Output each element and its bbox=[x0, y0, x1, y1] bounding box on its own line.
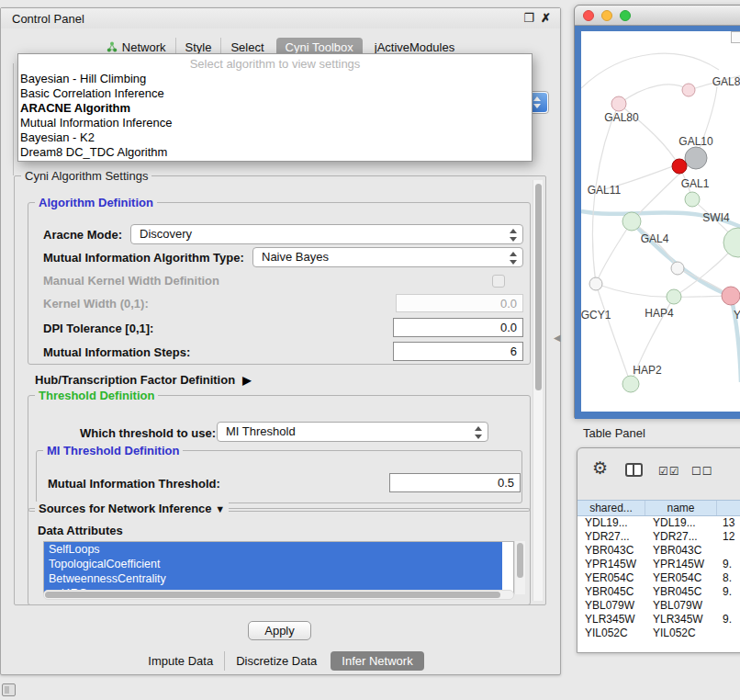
close-traffic-light-icon[interactable] bbox=[583, 10, 594, 21]
network-node[interactable] bbox=[682, 84, 695, 96]
algorithm-option-bayesian-hill-climbing[interactable]: Bayesian - Hill Climbing bbox=[18, 72, 532, 86]
column-header-shared[interactable]: shared... bbox=[577, 501, 645, 515]
node-label-gal80: GAL80 bbox=[604, 111, 639, 124]
sources-group-title[interactable]: Sources for Network Inference ▼ bbox=[35, 502, 229, 515]
threshold-definition-title: Threshold Definition bbox=[35, 389, 158, 402]
table-cell: YDL19... bbox=[577, 516, 645, 530]
mi-steps-label: Mutual Information Steps: bbox=[43, 345, 190, 359]
tab-discretize-data[interactable]: Discretize Data bbox=[224, 651, 328, 671]
table-cell: YBR043C bbox=[577, 544, 645, 558]
dpi-tolerance-field[interactable]: 0.0 bbox=[393, 318, 523, 337]
network-window-titlebar[interactable] bbox=[575, 6, 740, 26]
scrollbar-corner-box bbox=[731, 31, 740, 43]
minimize-traffic-light-icon[interactable] bbox=[601, 10, 612, 21]
network-view-window: GAL8GAL80GAL10GAL11GAL1SWI4GAL4GCY1HAP4H… bbox=[574, 5, 740, 418]
table-row[interactable]: YLR345WYLR345W9. bbox=[577, 613, 740, 627]
table-cell: YBR045C bbox=[577, 585, 645, 599]
hub-definition-toggle[interactable]: Hub/Transcription Factor Definition▶ bbox=[35, 373, 251, 387]
algorithm-option-mutual-information-inference[interactable]: Mutual Information Inference bbox=[18, 116, 532, 130]
table-cell: YPR145W bbox=[577, 558, 645, 571]
table-row[interactable]: YBR045CYBR045C9. bbox=[577, 585, 740, 599]
network-node-gal4[interactable] bbox=[622, 212, 641, 231]
column-header-name[interactable]: name bbox=[645, 501, 717, 515]
node-label-gal10: GAL10 bbox=[678, 135, 713, 148]
network-canvas[interactable]: GAL8GAL80GAL10GAL11GAL1SWI4GAL4GCY1HAP4H… bbox=[581, 31, 740, 412]
attribute-item-selfloops[interactable]: SelfLoops bbox=[44, 542, 502, 557]
table-row[interactable]: YBR043CYBR043C bbox=[577, 544, 740, 558]
table-cell: YDL19... bbox=[645, 516, 717, 530]
scrollbar-thumb[interactable] bbox=[45, 592, 500, 598]
algorithm-option-dream8-dc-tdc-algorithm[interactable]: Dream8 DC_TDC Algorithm bbox=[18, 145, 532, 160]
attribute-item-betweennesscentrality[interactable]: BetweennessCentrality bbox=[44, 571, 502, 586]
scrollbar-thumb[interactable] bbox=[517, 543, 523, 578]
control-panel-titlebar[interactable]: Control Panel bbox=[1, 8, 560, 28]
window-title: Control Panel bbox=[12, 12, 84, 26]
table-body: YDL19...YDL19...13YDR27...YDR27...12YBR0… bbox=[577, 516, 740, 652]
which-threshold-select[interactable]: MI Threshold bbox=[217, 422, 488, 442]
attributes-horizontal-scrollbar[interactable] bbox=[43, 590, 514, 600]
table-cell bbox=[717, 627, 740, 640]
table-cell: 12 bbox=[717, 530, 740, 544]
attributes-vertical-scrollbar[interactable] bbox=[514, 541, 525, 594]
table-row[interactable]: YDR27...YDR27...12 bbox=[577, 530, 740, 544]
table-header-row: shared...name bbox=[577, 500, 740, 516]
settings-vertical-scrollbar[interactable] bbox=[533, 180, 543, 601]
algorithm-definition-title: Algorithm Definition bbox=[35, 196, 157, 209]
network-edge bbox=[596, 221, 632, 284]
table-panel-window: ⚙ ☑☑ ☐☐ shared...name YDL19...YDL19...13… bbox=[577, 447, 740, 653]
table-row[interactable]: YDL19...YDL19...13 bbox=[577, 516, 740, 530]
mi-type-select[interactable]: Naive Bayes bbox=[252, 247, 523, 267]
control-panel-window: Control Panel ❐ ✗ NetworkStyleSelectCyni… bbox=[0, 7, 561, 675]
table-cell: YBL079W bbox=[645, 599, 717, 613]
table-cell: YDR27... bbox=[577, 530, 645, 544]
attribute-item-topologicalcoefficient[interactable]: TopologicalCoefficient bbox=[44, 557, 502, 571]
splitter-collapse-arrow-icon[interactable]: ◀ bbox=[554, 333, 561, 343]
table-row[interactable]: YPR145WYPR145W9. bbox=[577, 558, 740, 571]
zoom-traffic-light-icon[interactable] bbox=[620, 10, 631, 21]
tab-infer-network[interactable]: Infer Network bbox=[331, 651, 423, 671]
network-node-gcy1[interactable] bbox=[589, 277, 602, 290]
table-row[interactable]: YIL052CYIL052C bbox=[577, 627, 740, 640]
mi-threshold-group: MI Threshold Definition Mutual Informati… bbox=[36, 450, 522, 503]
network-node[interactable] bbox=[722, 287, 740, 305]
data-attributes-list: SelfLoopsTopologicalCoefficientBetweenne… bbox=[43, 541, 514, 594]
table-cell bbox=[717, 544, 740, 558]
desktop: Control Panel ❐ ✗ NetworkStyleSelectCyni… bbox=[0, 0, 740, 700]
network-node-hap4[interactable] bbox=[667, 289, 681, 304]
algorithm-option-bayesian-k2[interactable]: Bayesian - K2 bbox=[18, 130, 532, 145]
node-label-gal1: GAL1 bbox=[681, 177, 710, 190]
node-label-gcy1: GCY1 bbox=[581, 309, 611, 322]
network-edge bbox=[596, 284, 674, 297]
table-row[interactable]: YER054CYER054C8. bbox=[577, 571, 740, 585]
scrollbar-thumb[interactable] bbox=[535, 184, 542, 390]
network-node-hap2[interactable] bbox=[622, 376, 639, 392]
node-label-hap2: HAP2 bbox=[633, 364, 662, 377]
close-window-icon[interactable]: ✗ bbox=[541, 11, 551, 25]
network-node[interactable] bbox=[671, 262, 684, 275]
data-attributes-label: Data Attributes bbox=[38, 524, 123, 537]
float-window-icon[interactable]: ❐ bbox=[523, 11, 534, 25]
settings-group-title: Cyni Algorithm Settings bbox=[21, 169, 151, 183]
deselect-all-icon[interactable]: ☐☐ bbox=[691, 465, 713, 478]
select-all-icon[interactable]: ☑☑ bbox=[658, 465, 680, 478]
combo-stepper-icon bbox=[510, 252, 518, 265]
aracne-mode-select[interactable]: Discovery bbox=[130, 224, 523, 244]
algorithm-option-aracne-algorithm[interactable]: ARACNE Algorithm bbox=[18, 101, 532, 116]
network-node-gal10[interactable] bbox=[685, 147, 707, 169]
network-node-gal80[interactable] bbox=[611, 96, 626, 111]
node-label-hap4: HAP4 bbox=[645, 307, 674, 320]
table-row[interactable]: YBL079WYBL079W bbox=[577, 599, 740, 613]
mi-threshold-field[interactable]: 0.5 bbox=[389, 473, 521, 492]
network-node[interactable] bbox=[672, 159, 687, 174]
columns-icon[interactable] bbox=[625, 463, 643, 477]
restore-panel-icon[interactable] bbox=[2, 683, 16, 696]
tab-impute-data[interactable]: Impute Data bbox=[137, 651, 224, 671]
algorithm-option-basic-correlation-inference[interactable]: Basic Correlation Inference bbox=[18, 86, 532, 101]
apply-button[interactable]: Apply bbox=[248, 621, 311, 640]
gear-icon[interactable]: ⚙ bbox=[592, 459, 608, 478]
mi-type-label: Mutual Information Algorithm Type: bbox=[43, 251, 244, 265]
network-node-gal1[interactable] bbox=[685, 192, 700, 207]
mi-steps-field[interactable]: 6 bbox=[393, 342, 523, 361]
column-header-col-3[interactable] bbox=[717, 501, 740, 515]
network-node[interactable] bbox=[723, 228, 740, 257]
